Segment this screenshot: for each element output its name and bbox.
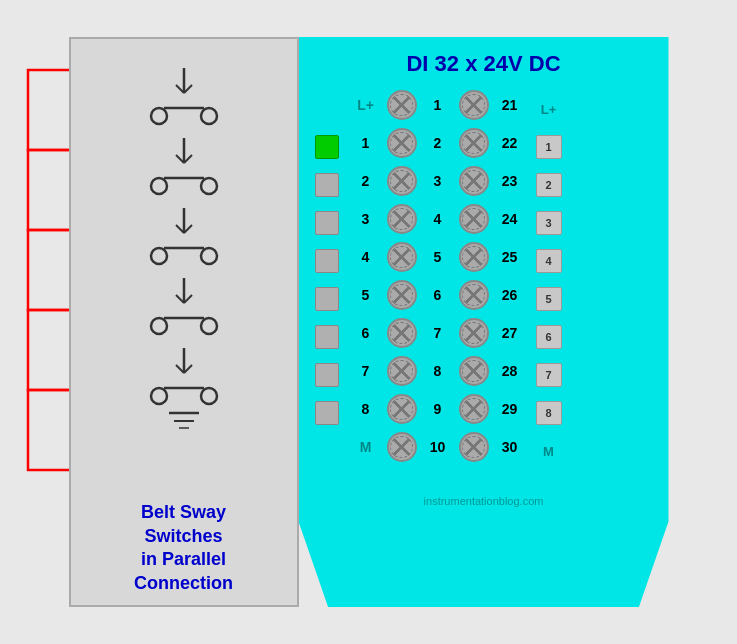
- screw: [459, 432, 489, 462]
- screw: [387, 318, 417, 348]
- indicator-cell-2: [312, 167, 342, 203]
- screw: [387, 128, 417, 158]
- screw-10: [387, 429, 417, 465]
- left-panel: Belt Sway Switches in Parallel Connectio…: [69, 37, 299, 607]
- screw: [387, 394, 417, 424]
- left-label-7: 7: [352, 353, 380, 389]
- indicator-box-2: [315, 173, 339, 197]
- right-box-6: 6: [536, 325, 562, 349]
- screw: [459, 90, 489, 120]
- right-label-26: 26: [496, 277, 524, 313]
- left-label-5: 5: [352, 277, 380, 313]
- screw: [459, 242, 489, 272]
- indicator-cell-8: [312, 395, 342, 431]
- far-right-4: 4: [534, 243, 564, 279]
- right-label-23: 23: [496, 163, 524, 199]
- screw-22: [459, 125, 489, 161]
- far-right-8: 8: [534, 395, 564, 431]
- label-area: Belt Sway Switches in Parallel Connectio…: [124, 486, 243, 605]
- right-label-28: 28: [496, 353, 524, 389]
- right-box-1: 1: [536, 135, 562, 159]
- svg-point-30: [201, 318, 217, 334]
- indicator-box-5: [315, 287, 339, 311]
- right-box-4: 4: [536, 249, 562, 273]
- middle-number-col: 1 2 3 4 5 6 7 8 9 10: [423, 87, 453, 607]
- screw: [459, 280, 489, 310]
- right-label-27: 27: [496, 315, 524, 351]
- mid-label-5: 5: [424, 239, 452, 275]
- screw: [459, 394, 489, 424]
- main-container: Belt Sway Switches in Parallel Connectio…: [0, 0, 737, 644]
- screw-28: [459, 353, 489, 389]
- far-right-2: 2: [534, 167, 564, 203]
- screw-24: [459, 201, 489, 237]
- screw: [387, 90, 417, 120]
- svg-point-18: [201, 178, 217, 194]
- mid-label-10: 10: [424, 429, 452, 465]
- left-label-8: 8: [352, 391, 380, 427]
- left-label-m: M: [352, 429, 380, 465]
- right-label-25: 25: [496, 239, 524, 275]
- screw: [459, 356, 489, 386]
- far-right-col: L+ 1 2 3 4 5 6: [531, 87, 567, 607]
- screw-3: [387, 163, 417, 199]
- diagram-label: Belt Sway Switches in Parallel Connectio…: [134, 501, 233, 595]
- screw-27: [459, 315, 489, 351]
- right-label-24: 24: [496, 201, 524, 237]
- left-label-2: 2: [352, 163, 380, 199]
- right-box-8: 8: [536, 401, 562, 425]
- module-title: DI 32 x 24V DC: [299, 37, 669, 87]
- screw-26: [459, 277, 489, 313]
- screw-25: [459, 239, 489, 275]
- mid-label-1: 1: [424, 87, 452, 123]
- left-label-6: 6: [352, 315, 380, 351]
- svg-point-12: [201, 108, 217, 124]
- screw: [459, 166, 489, 196]
- indicator-box-8: [315, 401, 339, 425]
- screw-29: [459, 391, 489, 427]
- screw: [459, 128, 489, 158]
- right-box-7: 7: [536, 363, 562, 387]
- indicator-box-3: [315, 211, 339, 235]
- indicator-box-active: [315, 135, 339, 159]
- left-label-3: 3: [352, 201, 380, 237]
- right-label-21: 21: [496, 87, 524, 123]
- indicators-col: [309, 87, 345, 607]
- indicator-cell-6: [312, 319, 342, 355]
- far-right-lp: L+: [534, 91, 564, 127]
- screw-lp-left: [387, 87, 417, 123]
- screw: [387, 166, 417, 196]
- right-panel: DI 32 x 24V DC: [299, 37, 669, 607]
- screw: [387, 242, 417, 272]
- far-right-6: 6: [534, 319, 564, 355]
- screw-7: [387, 315, 417, 351]
- screw-2: [387, 125, 417, 161]
- svg-point-36: [201, 388, 217, 404]
- switches-svg: [104, 58, 264, 478]
- svg-point-35: [151, 388, 167, 404]
- svg-point-23: [151, 248, 167, 264]
- right-label-29: 29: [496, 391, 524, 427]
- right-label-30: 30: [496, 429, 524, 465]
- svg-point-29: [151, 318, 167, 334]
- indicator-cell-5: [312, 281, 342, 317]
- mid-label-4: 4: [424, 201, 452, 237]
- svg-point-24: [201, 248, 217, 264]
- indicator-box-6: [315, 325, 339, 349]
- right-box-3: 3: [536, 211, 562, 235]
- mid-label-2: 2: [424, 125, 452, 161]
- left-label-lp: L+: [352, 87, 380, 123]
- far-right-1: 1: [534, 129, 564, 165]
- screw-8: [387, 353, 417, 389]
- screw-21: [459, 87, 489, 123]
- far-right-m: M: [534, 433, 564, 469]
- indicator-cell-m: [312, 433, 342, 469]
- screw-23: [459, 163, 489, 199]
- right-number-col: 21 22 23 24 25 26 27 28 29 30: [495, 87, 525, 607]
- screw: [387, 204, 417, 234]
- mid-label-8: 8: [424, 353, 452, 389]
- indicator-cell-4: [312, 243, 342, 279]
- left-label-1: 1: [352, 125, 380, 161]
- far-right-7: 7: [534, 357, 564, 393]
- terminals-area: L+ 1 2 3 4 5 6 7 8 M: [299, 87, 669, 607]
